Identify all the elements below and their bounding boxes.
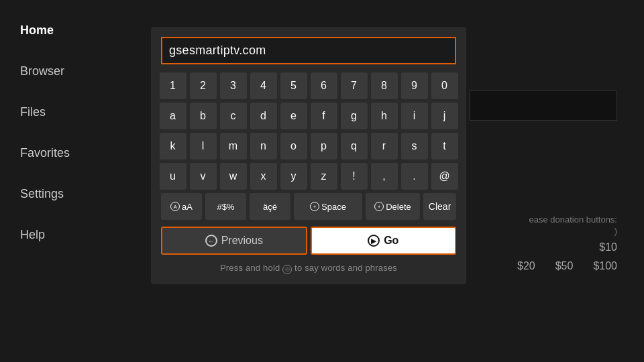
- key-delete[interactable]: + Delete: [366, 193, 420, 220]
- key-p[interactable]: p: [311, 133, 337, 160]
- donation-label: ease donation buttons:: [529, 215, 617, 225]
- key-h[interactable]: h: [371, 103, 398, 129]
- donation-sub: ): [614, 226, 617, 236]
- key-u[interactable]: u: [160, 163, 186, 190]
- key-s[interactable]: s: [401, 133, 428, 160]
- go-button[interactable]: ▶ Go: [311, 227, 457, 255]
- key-l[interactable]: l: [190, 133, 217, 160]
- key-c[interactable]: c: [220, 103, 247, 129]
- number-row: 1 2 3 4 5 6 7 8 9 0: [161, 72, 456, 99]
- previous-icon: ←: [205, 235, 217, 247]
- key-y[interactable]: y: [280, 163, 307, 190]
- key-accents[interactable]: äçé: [250, 193, 290, 220]
- key-3[interactable]: 3: [220, 72, 247, 99]
- key-m[interactable]: m: [220, 133, 247, 160]
- action-row: ← Previous ▶ Go: [161, 227, 456, 255]
- key-o[interactable]: o: [280, 133, 307, 160]
- key-1[interactable]: 1: [160, 72, 186, 99]
- key-symbols[interactable]: #$%: [205, 193, 246, 220]
- go-icon: ▶: [368, 235, 380, 247]
- url-input-row: [161, 37, 456, 64]
- previous-button[interactable]: ← Previous: [161, 227, 307, 255]
- sidebar: Home Browser Files Favorites Settings He…: [0, 0, 117, 362]
- key-exclaim[interactable]: !: [341, 163, 368, 190]
- alpha-row-2: k l m n o p q r s t: [161, 133, 456, 160]
- key-z[interactable]: z: [311, 163, 337, 190]
- main-content: ease donation buttons: ) $10 $20 $50 $10…: [117, 0, 644, 362]
- key-i[interactable]: i: [401, 103, 428, 129]
- key-space[interactable]: + Space: [294, 193, 362, 220]
- key-0[interactable]: 0: [431, 72, 458, 99]
- bg-input-box: [470, 90, 617, 121]
- key-q[interactable]: q: [341, 133, 368, 160]
- key-2[interactable]: 2: [190, 72, 217, 99]
- key-9[interactable]: 9: [401, 72, 428, 99]
- sidebar-item-settings[interactable]: Settings: [20, 184, 117, 204]
- key-k[interactable]: k: [160, 133, 186, 160]
- sidebar-item-files[interactable]: Files: [20, 102, 117, 123]
- key-g[interactable]: g: [341, 103, 368, 129]
- voice-hint: Press and hold ◎ to say words and phrase…: [161, 263, 456, 274]
- sidebar-item-home[interactable]: Home: [20, 20, 117, 41]
- key-t[interactable]: t: [431, 133, 458, 160]
- key-case[interactable]: A aA: [161, 193, 202, 220]
- key-b[interactable]: b: [190, 103, 217, 129]
- key-r[interactable]: r: [371, 133, 398, 160]
- sidebar-item-browser[interactable]: Browser: [20, 61, 117, 82]
- keyboard: 1 2 3 4 5 6 7 8 9 0 a b c d e f g h: [161, 72, 456, 255]
- sidebar-item-help[interactable]: Help: [20, 225, 117, 245]
- key-x[interactable]: x: [250, 163, 277, 190]
- amount-50: $50: [555, 260, 574, 272]
- amount-10: $10: [599, 241, 617, 253]
- key-j[interactable]: j: [431, 103, 458, 129]
- key-period[interactable]: .: [401, 163, 428, 190]
- key-at[interactable]: @: [431, 163, 458, 190]
- key-d[interactable]: d: [250, 103, 277, 129]
- key-clear[interactable]: Clear: [423, 193, 456, 220]
- amount-20: $20: [517, 260, 535, 272]
- alpha-row-1: a b c d e f g h i j: [161, 103, 456, 129]
- key-8[interactable]: 8: [371, 72, 398, 99]
- sidebar-item-favorites[interactable]: Favorites: [20, 143, 117, 164]
- voice-icon: ◎: [282, 265, 292, 274]
- amount-100: $100: [593, 260, 617, 272]
- special-row: A aA #$% äçé + Space + Delete: [161, 193, 456, 220]
- key-n[interactable]: n: [250, 133, 277, 160]
- keyboard-dialog: 1 2 3 4 5 6 7 8 9 0 a b c d e f g h: [151, 27, 466, 284]
- key-7[interactable]: 7: [341, 72, 368, 99]
- key-comma[interactable]: ,: [371, 163, 398, 190]
- donation-amounts-row2: $20 $50 $100: [517, 260, 617, 272]
- key-6[interactable]: 6: [311, 72, 337, 99]
- key-f[interactable]: f: [311, 103, 337, 129]
- key-5[interactable]: 5: [280, 72, 307, 99]
- key-v[interactable]: v: [190, 163, 217, 190]
- alpha-row-3: u v w x y z ! , . @: [161, 163, 456, 190]
- url-input[interactable]: [161, 37, 456, 64]
- donation-amounts: $10: [599, 241, 617, 253]
- key-w[interactable]: w: [220, 163, 247, 190]
- key-4[interactable]: 4: [250, 72, 277, 99]
- key-a[interactable]: a: [160, 103, 186, 129]
- key-e[interactable]: e: [280, 103, 307, 129]
